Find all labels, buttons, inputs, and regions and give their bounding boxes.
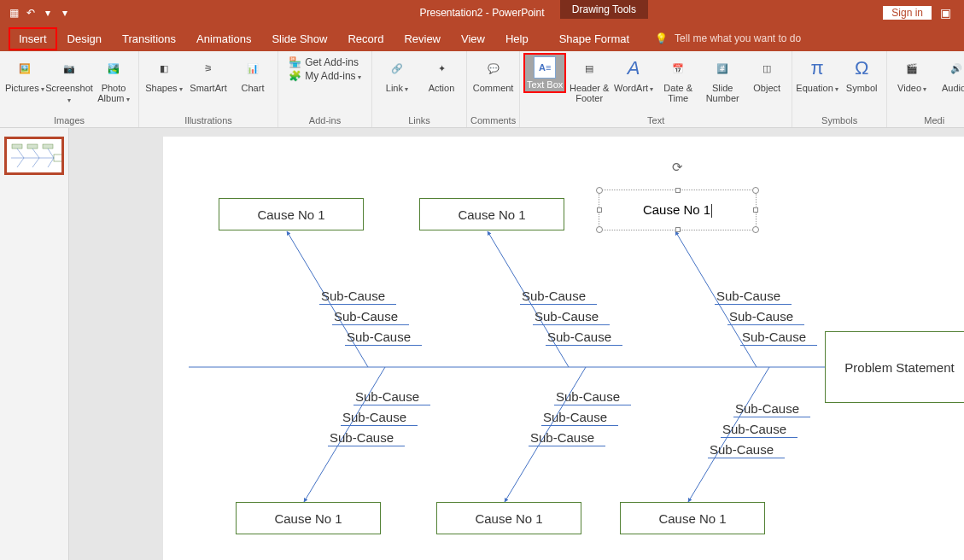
cause-box-bot-2[interactable]: Cause No 1 [436,502,581,534]
autosave-icon[interactable]: ▦ [7,6,20,20]
slide-canvas[interactable]: Cause No 1 Cause No 1 Cause No 1 ⟳ Cause… [163,137,964,560]
subcause[interactable]: Sub-Cause [556,389,620,404]
paste-icon[interactable]: ▾ [41,6,55,20]
slide-thumbnail-1[interactable] [4,137,64,175]
subcause[interactable]: Sub-Cause [742,330,806,344]
subcause[interactable]: Sub-Cause [347,330,411,344]
subcause[interactable]: Sub-Cause [735,401,799,416]
subcause[interactable]: Sub-Cause [722,422,786,436]
object-button[interactable]: ◫Object [745,53,788,95]
handle-ne[interactable] [752,187,759,194]
subcause[interactable]: Sub-Cause [716,289,780,303]
shapes-button[interactable]: ◧Shapes [143,53,185,96]
svg-rect-3 [27,144,38,149]
screenshot-icon: 📷 [56,55,83,82]
equation-button[interactable]: πEquation [796,53,838,96]
video-icon: 🎬 [898,55,926,82]
sign-in-button[interactable]: Sign in [883,6,932,20]
tab-transitions[interactable]: Transitions [112,27,186,50]
handle-s[interactable] [675,227,681,232]
symbol-button[interactable]: ΩSymbol [840,53,883,95]
tab-design[interactable]: Design [57,27,112,50]
chart-button[interactable]: 📊Chart [231,53,274,95]
problem-statement-box[interactable]: Problem Statement [825,331,964,403]
group-label-addins: Add-ins [309,114,341,127]
tab-view[interactable]: View [451,27,495,50]
subcause[interactable]: Sub-Cause [355,389,419,404]
svg-rect-1 [54,155,64,161]
subcause[interactable]: Sub-Cause [710,442,774,457]
cause-box-bot-1[interactable]: Cause No 1 [236,502,381,534]
subcause[interactable]: Sub-Cause [334,309,398,324]
tell-me-search[interactable]: 💡 Tell me what you want to do [655,32,801,44]
group-images: 🖼️Pictures 📷Screenshot 🏞️Photo Album Ima… [0,51,139,127]
video-button[interactable]: 🎬Video [891,53,933,96]
group-illustrations: ◧Shapes ⚞SmartArt 📊Chart Illustrations [139,51,278,127]
pictures-button[interactable]: 🖼️Pictures [3,53,46,96]
handle-sw[interactable] [596,226,603,233]
date-time-button[interactable]: 📅Date & Time [657,53,699,105]
my-addins-button[interactable]: 🧩My Add-ins [289,70,361,82]
smartart-button[interactable]: ⚞SmartArt [187,53,230,95]
group-comments: 💬Comment Comments [467,51,520,127]
cause-box-top-2[interactable]: Cause No 1 [419,198,564,230]
photo-album-button[interactable]: 🏞️Photo Album [92,53,135,106]
svg-line-9 [32,158,39,167]
screenshot-button[interactable]: 📷Screenshot [48,53,91,107]
tab-help[interactable]: Help [495,27,539,50]
subcause[interactable]: Sub-Cause [342,410,406,424]
group-label-illustrations: Illustrations [184,114,232,127]
chart-icon: 📊 [239,55,266,82]
svg-rect-4 [43,144,53,149]
subcause[interactable]: Sub-Cause [543,410,607,424]
document-title: Presentation2 - PowerPoint [419,7,544,19]
subcause[interactable]: Sub-Cause [547,330,611,344]
audio-icon: 🔊 [943,55,964,82]
qat-more-icon[interactable]: ▾ [58,6,72,20]
undo-icon[interactable]: ↶ [24,6,38,20]
tell-me-label: Tell me what you want to do [675,32,801,44]
svg-line-8 [17,158,24,167]
text-box-button[interactable]: A≡Text Box [523,53,566,93]
get-addins-button[interactable]: 🏪Get Add-ins [289,56,361,68]
ribbon-display-icon[interactable]: ▣ [940,6,951,20]
tab-slide-show[interactable]: Slide Show [261,27,337,50]
action-button[interactable]: ✦Action [420,53,463,95]
group-media: 🎬Video 🔊Audio Medi [887,51,964,127]
slide-number-button[interactable]: #️⃣Slide Number [701,53,744,105]
audio-button[interactable]: 🔊Audio [935,53,964,96]
group-label-comments: Comments [470,114,516,127]
text-cursor [711,204,712,218]
quick-access-toolbar: ▦ ↶ ▾ ▾ [0,6,72,20]
tab-review[interactable]: Review [394,27,451,50]
selected-text: Cause No 1 [643,202,712,218]
handle-e[interactable] [753,207,758,213]
tab-insert[interactable]: Insert [9,27,57,50]
ribbon-tabs: Insert Design Transitions Animations Sli… [0,26,964,51]
subcause[interactable]: Sub-Cause [522,289,586,303]
handle-se[interactable] [752,226,759,233]
wordart-button[interactable]: AWordArt [612,53,655,96]
svg-line-7 [48,149,54,158]
selected-text-box[interactable]: Cause No 1 ⟳ [599,190,757,230]
tab-animations[interactable]: Animations [186,27,261,50]
subcause[interactable]: Sub-Cause [729,309,793,324]
subcause[interactable]: Sub-Cause [530,430,594,445]
rotate-handle[interactable]: ⟳ [672,161,684,173]
header-footer-button[interactable]: ▤Header & Footer [568,53,611,105]
handle-nw[interactable] [596,187,603,194]
subcause[interactable]: Sub-Cause [321,289,385,303]
subcause[interactable]: Sub-Cause [535,309,599,324]
cause-box-top-1[interactable]: Cause No 1 [219,198,364,230]
handle-w[interactable] [597,207,602,213]
link-button[interactable]: 🔗Link [376,53,418,96]
handle-n[interactable] [675,188,681,193]
title-bar: ▦ ↶ ▾ ▾ Presentation2 - PowerPoint Drawi… [0,0,964,26]
comment-button[interactable]: 💬Comment [472,53,515,95]
subcause[interactable]: Sub-Cause [330,430,394,445]
slide-number-icon: #️⃣ [709,55,736,82]
photo-album-icon: 🏞️ [100,55,127,82]
tab-record[interactable]: Record [337,27,394,50]
tab-shape-format[interactable]: Shape Format [549,27,640,50]
cause-box-bot-3[interactable]: Cause No 1 [620,502,765,534]
